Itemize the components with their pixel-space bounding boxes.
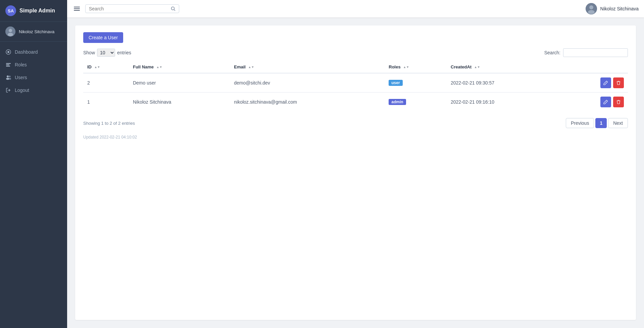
sort-icon-full-name: ▲▼ [156,66,162,69]
svg-point-11 [9,78,11,80]
logout-icon [5,87,11,93]
svg-rect-13 [74,8,80,9]
sort-icon-id: ▲▼ [94,66,100,69]
sort-icon-email: ▲▼ [248,66,254,69]
table-header-row: ID ▲▼ Full Name ▲▼ Email ▲▼ Roles [83,61,628,73]
svg-point-2 [8,33,13,36]
topbar-avatar [586,3,597,14]
edit-button[interactable] [600,77,611,88]
sidebar-item-dashboard[interactable]: Dashboard [0,46,67,58]
topbar: Nikoloz Sitchinava [67,0,644,17]
sidebar-username: Nikoloz Sitchinava [19,29,54,34]
col-full-name[interactable]: Full Name ▲▼ [129,61,230,73]
entries-per-page-select[interactable]: 10 25 50 100 [97,49,115,57]
col-created-at[interactable]: CreatedAt ▲▼ [447,61,559,73]
table-search: Search: [544,48,628,57]
show-label: Show [83,50,95,55]
topbar-username: Nikoloz Sitchinava [600,6,639,11]
delete-button[interactable] [613,77,624,88]
entries-label: entries [117,50,131,55]
sidebar-item-logout[interactable]: Logout [0,84,67,97]
sidebar-item-users[interactable]: Users [0,71,67,84]
sidebar-item-label-logout: Logout [15,88,29,93]
brand-icon: SA [5,5,16,16]
next-button[interactable]: Next [608,118,628,128]
table-row: 2 Demo user demo@sitchi.dev user 2022-02… [83,73,628,93]
page-1-button[interactable]: 1 [595,118,607,128]
sidebar-user-section: Nikoloz Sitchinava [0,22,67,42]
cell-created-at: 2022-02-21 09:16:10 [447,93,559,112]
topbar-right: Nikoloz Sitchinava [586,3,639,14]
svg-point-9 [6,78,9,80]
svg-point-8 [7,75,9,77]
roles-icon [5,62,11,68]
sidebar: SA Simple Admin Nikoloz Sitchinava [0,0,67,328]
col-roles[interactable]: Roles ▲▼ [385,61,447,73]
cell-roles: admin [385,93,447,112]
sidebar-item-label-users: Users [15,75,27,80]
previous-button[interactable]: Previous [566,118,594,128]
svg-point-15 [171,7,175,10]
table-controls: Show 10 25 50 100 entries Search: [83,48,628,57]
pagination: Previous 1 Next [566,118,628,128]
svg-rect-6 [6,64,9,65]
svg-point-17 [589,5,593,9]
search-button[interactable] [171,6,176,11]
users-icon [5,74,11,80]
svg-rect-12 [74,7,80,7]
toolbar: Create a User [83,32,628,43]
search-input[interactable] [89,6,169,11]
updated-text: Updated 2022-02-21 04:10:02 [83,135,628,140]
table-row: 1 Nikoloz Sitchinava nikoloz.sitchinava@… [83,93,628,112]
svg-point-18 [588,10,595,14]
col-id[interactable]: ID ▲▼ [83,61,129,73]
role-badge: user [389,80,402,86]
cell-email: demo@sitchi.dev [230,73,385,93]
cell-email: nikoloz.sitchinava@gmail.com [230,93,385,112]
action-buttons [563,77,624,88]
delete-button[interactable] [613,97,624,107]
edit-button[interactable] [600,97,611,107]
sidebar-brand: SA Simple Admin [0,0,67,22]
hamburger-button[interactable] [72,4,81,13]
table-search-input[interactable] [563,48,628,57]
cell-id: 1 [83,93,129,112]
svg-point-10 [9,76,11,77]
table-body: 2 Demo user demo@sitchi.dev user 2022-02… [83,73,628,111]
show-entries: Show 10 25 50 100 entries [83,49,131,57]
brand-name: Simple Admin [19,8,55,14]
cell-actions [559,73,628,93]
sidebar-nav: Dashboard Roles [0,42,67,328]
sidebar-item-label-roles: Roles [15,62,27,67]
cell-actions [559,93,628,112]
svg-point-4 [7,51,9,53]
col-email[interactable]: Email ▲▼ [230,61,385,73]
col-actions [559,61,628,73]
create-user-button[interactable]: Create a User [83,32,123,43]
cell-id: 2 [83,73,129,93]
svg-rect-14 [74,10,80,11]
search-label: Search: [544,50,560,55]
avatar [5,26,15,37]
topbar-search-box [85,4,179,13]
sidebar-item-roles[interactable]: Roles [0,58,67,71]
content-card: Create a User Show 10 25 50 100 entries … [75,25,636,320]
users-table: ID ▲▼ Full Name ▲▼ Email ▲▼ Roles [83,61,628,111]
sort-icon-created-at: ▲▼ [474,66,480,69]
cell-full-name: Demo user [129,73,230,93]
cell-full-name: Nikoloz Sitchinava [129,93,230,112]
showing-info: Showing 1 to 2 of 2 entries [83,121,135,126]
sort-icon-roles: ▲▼ [403,66,409,69]
svg-rect-5 [6,63,11,64]
pagination-row: Showing 1 to 2 of 2 entries Previous 1 N… [83,118,628,128]
action-buttons [563,97,624,107]
cell-created-at: 2022-02-21 09:30:57 [447,73,559,93]
svg-rect-7 [6,66,10,67]
dashboard-icon [5,49,11,55]
svg-point-1 [9,29,12,32]
cell-roles: user [385,73,447,93]
sidebar-item-label-dashboard: Dashboard [15,49,38,55]
main-content: Create a User Show 10 25 50 100 entries … [67,17,644,328]
role-badge: admin [389,99,406,105]
